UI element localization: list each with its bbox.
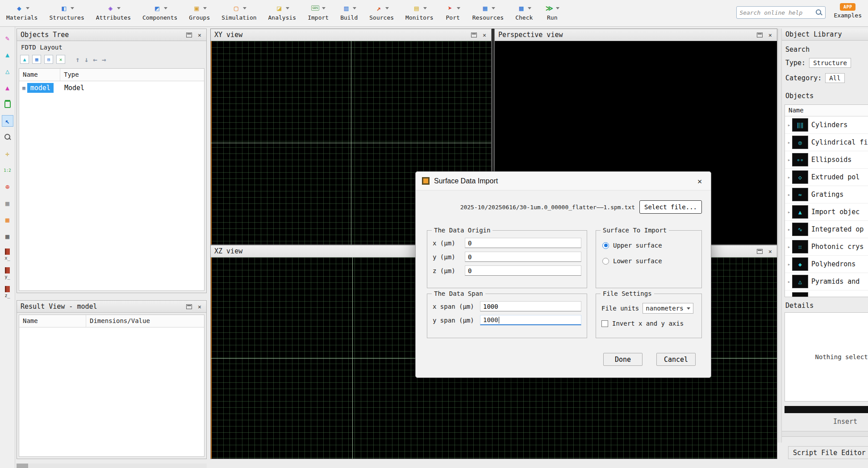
view-z-button[interactable]: z_ [4,286,10,298]
move-right-icon[interactable]: → [102,55,106,64]
scale-icon[interactable] [2,165,13,176]
examples-button[interactable]: APP Examples [834,3,862,19]
expand-arrow-icon[interactable] [786,157,792,163]
horizontal-scrollbar[interactable] [17,464,207,468]
radio-unselected-icon[interactable] [602,258,609,265]
tree-item-model[interactable]: model [27,83,54,93]
script-file-editor-bar[interactable]: Script File Editor [788,446,868,459]
toolbar-item-attributes[interactable]: Attributes [96,2,131,21]
toolbar-item-components[interactable]: Components [142,2,177,21]
toolbar-item-sources[interactable]: Sources [369,2,394,21]
list-item[interactable]: Cylinders [785,116,868,134]
type-select[interactable]: Structure [809,58,851,68]
select-cursor-icon[interactable] [2,116,13,126]
delete-icon[interactable] [2,99,13,110]
select-file-button[interactable]: Select file... [639,200,702,214]
expand-arrow-icon[interactable] [786,296,792,298]
tree-clear-icon[interactable] [56,55,65,64]
float-panel-icon[interactable] [757,33,763,37]
edit-icon[interactable] [2,33,13,44]
chevron-down-icon[interactable] [492,6,496,10]
chevron-down-icon[interactable] [117,6,121,10]
close-icon[interactable] [481,32,488,38]
list-item[interactable] [785,290,868,297]
column-header-name[interactable]: Name [19,315,86,327]
chevron-down-icon[interactable] [423,6,427,10]
toolbar-item-materials[interactable]: Materials [6,2,38,21]
radio-selected-icon[interactable] [602,242,609,249]
chevron-down-icon[interactable] [286,6,290,10]
column-header-dimensions[interactable]: Dimensions/Value [86,315,204,327]
mesh-icon[interactable] [2,198,13,209]
expand-arrow-icon[interactable] [786,122,792,128]
toolbar-item-check[interactable]: Check [515,2,533,21]
checkbox-icon[interactable] [601,320,608,327]
toolbar-item-resources[interactable]: Resources [472,2,504,21]
lower-surface-option[interactable]: Lower surface [602,257,701,265]
expand-arrow-icon[interactable] [786,174,792,180]
grid-dark-icon[interactable] [2,231,13,242]
dialog-titlebar[interactable]: Surface Data Import [416,172,711,191]
group-icon[interactable] [2,83,13,93]
list-item[interactable]: Pyramids and [785,273,868,290]
toolbar-item-structures[interactable]: Structures [49,2,84,21]
list-item[interactable]: Cylindrical fib [785,134,868,151]
x-origin-input[interactable] [465,238,581,248]
list-item[interactable]: Gratings [785,186,868,203]
view-x-button[interactable]: x_ [4,248,10,261]
list-item[interactable]: Integrated op [785,221,868,238]
done-button[interactable]: Done [603,353,643,366]
zoom-fit-icon[interactable] [2,50,13,60]
close-icon[interactable] [767,248,773,255]
list-item[interactable]: Extruded pol [785,169,868,186]
column-header-name[interactable]: Name [785,105,868,116]
chevron-down-icon[interactable] [203,6,207,10]
chevron-down-icon[interactable] [26,6,30,10]
tree-grid-icon[interactable] [32,55,41,64]
cancel-button[interactable]: Cancel [656,353,696,366]
toolbar-item-simulation[interactable]: Simulation [221,2,256,21]
expand-arrow-icon[interactable] [786,279,792,285]
z-origin-input[interactable] [465,265,581,276]
grid-orange-icon[interactable] [2,215,13,225]
chevron-down-icon[interactable] [556,6,560,10]
zoom-icon[interactable] [2,132,13,143]
list-item[interactable]: Import objec [785,203,868,221]
scrollbar-thumb[interactable] [17,464,28,468]
move-up-icon[interactable]: ↑ [75,55,80,64]
toolbar-item-run[interactable]: Run [544,2,560,21]
y-origin-input[interactable] [465,252,581,262]
chevron-down-icon[interactable] [164,6,168,10]
chevron-down-icon[interactable] [457,6,461,10]
details-scrollbar[interactable] [785,406,868,413]
column-header-type[interactable]: Type [60,69,204,81]
tree-expand-icon[interactable] [44,55,53,64]
upper-surface-option[interactable]: Upper surface [602,242,701,249]
search-icon[interactable] [815,9,822,16]
expand-arrow-icon[interactable] [786,227,792,232]
file-units-select[interactable]: nanometers [643,303,693,314]
help-search-box[interactable] [736,6,826,19]
float-panel-icon[interactable] [757,249,763,254]
search-input[interactable] [739,9,815,16]
x-span-input[interactable] [480,301,581,311]
close-icon[interactable] [196,32,203,38]
toolbar-item-build[interactable]: Build [340,2,358,21]
toolbar-item-analysis[interactable]: Analysis [268,2,296,21]
category-select[interactable]: All [825,73,844,83]
list-item[interactable]: Ellipsoids [785,151,868,169]
chevron-down-icon[interactable] [243,6,247,10]
float-panel-icon[interactable] [186,304,192,309]
toolbar-item-monitors[interactable]: Monitors [405,2,434,21]
pan-icon[interactable] [2,149,13,159]
toolbar-item-import[interactable]: Import [308,2,329,21]
move-down-icon[interactable]: ↓ [84,55,89,64]
expand-arrow-icon[interactable] [786,244,792,250]
expand-arrow-icon[interactable] [786,192,792,198]
move-left-icon[interactable]: ← [93,55,97,64]
zoom-region-icon[interactable] [2,182,13,192]
close-icon[interactable] [196,303,203,310]
float-panel-icon[interactable] [186,33,192,37]
toolbar-item-port[interactable]: Port [445,2,461,21]
chevron-down-icon[interactable] [322,6,326,10]
